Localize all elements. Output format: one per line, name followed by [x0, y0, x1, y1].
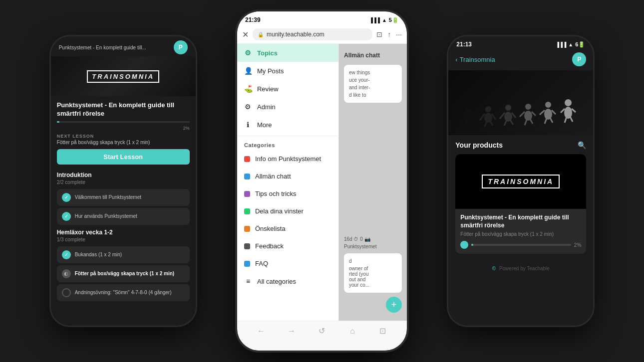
- left-phone: Punktsystemet - En komplett guide till..…: [51, 36, 196, 326]
- right-time: 21:13: [456, 41, 472, 48]
- svg-line-3: [472, 115, 476, 122]
- category-feedback[interactable]: Feedback: [237, 237, 338, 255]
- lock-icon: 🔒: [258, 32, 264, 37]
- product-card-title: Punktsystemet - En komplett guide till s…: [460, 214, 581, 229]
- bookmark-icon[interactable]: ⊡: [376, 30, 382, 38]
- category-dela[interactable]: Dela dina vinster: [237, 202, 338, 220]
- more-icon[interactable]: ···: [396, 30, 402, 38]
- right-panel-card: ew things uce your- and inter- d like to: [344, 65, 402, 103]
- start-lesson-button[interactable]: Start Lesson: [57, 149, 190, 165]
- product-card[interactable]: TRAINSOMNIA Punktsystemet - En komplett …: [455, 154, 586, 254]
- menu-item-admin[interactable]: ⚙ Admin: [237, 98, 338, 116]
- url-bar[interactable]: 🔒 munity.teachable.com: [253, 28, 372, 40]
- lessons-list: Introduktion 2/2 complete ✓ Välkommen ti…: [51, 168, 196, 326]
- home-button[interactable]: ⌂: [343, 327, 361, 336]
- browser-bar: ✕ 🔒 munity.teachable.com ⊡ ↑ ···: [237, 25, 407, 44]
- category-label: All categories: [257, 278, 296, 285]
- menu-item-more[interactable]: ℹ More: [237, 116, 338, 134]
- category-label: FAQ: [255, 260, 268, 267]
- progress-pct: 2%: [574, 242, 581, 248]
- center-time: 21:39: [245, 16, 261, 23]
- close-icon[interactable]: ✕: [242, 30, 249, 39]
- list-item[interactable]: ✓ Bukandas (1 x 2 min): [57, 246, 190, 263]
- left-status-bar: Punktsystemet - En komplett guide till..…: [51, 36, 196, 56]
- progress-fill: [57, 121, 59, 123]
- category-dot-feedback: [244, 243, 250, 249]
- lesson-label: Fötter på box/vägg skapa tryck (1 x 2 mi…: [75, 270, 175, 277]
- divider: [237, 136, 338, 136]
- refresh-button[interactable]: ↺: [313, 326, 331, 336]
- category-label: Info om Punktsystemet: [255, 155, 321, 163]
- share-icon[interactable]: ↑: [387, 30, 391, 38]
- product-card-info: Punktsystemet - En komplett guide till s…: [455, 209, 586, 254]
- back-button[interactable]: ‹ Trainsomnia: [455, 56, 495, 63]
- category-onskelista[interactable]: Önskelista: [237, 220, 338, 237]
- category-allman[interactable]: Allmän chatt: [237, 168, 338, 185]
- check-icon: ✓: [62, 193, 71, 202]
- section-title-hemlaxa: Hemläxor vecka 1-2: [57, 229, 190, 236]
- review-label: Review: [257, 85, 279, 93]
- forward-button[interactable]: →: [283, 327, 301, 336]
- svg-line-9: [492, 114, 496, 120]
- list-item[interactable]: ✓ Hur används Punktsystemet: [57, 208, 190, 225]
- svg-line-33: [572, 109, 576, 112]
- progress-fill: [471, 244, 473, 246]
- course-title: Punktsystemet - En komplett guide till s…: [57, 101, 190, 118]
- search-icon[interactable]: 🔍: [578, 141, 586, 149]
- course-info: Punktsystemet - En komplett guide till s…: [51, 96, 196, 168]
- category-faq[interactable]: FAQ: [237, 255, 338, 272]
- wifi-icon: ▲: [382, 17, 387, 23]
- lesson-label: Bukandas (1 x 2 min): [75, 251, 122, 258]
- silhouette-svg: [456, 73, 586, 133]
- check-icon: ✓: [62, 212, 71, 221]
- category-label: Tips och tricks: [255, 190, 297, 197]
- review-icon: ⛳: [244, 85, 252, 93]
- svg-line-8: [480, 114, 485, 120]
- left-nav-title-bar: Punktsystemet - En komplett guide till..…: [59, 45, 146, 50]
- category-dot-tips: [244, 191, 250, 197]
- category-label: Önskelista: [255, 225, 286, 232]
- svg-line-21: [532, 112, 536, 116]
- content-area: Allmän chatt ew things uce your- and int…: [237, 44, 407, 321]
- url-text: munity.teachable.com: [267, 31, 324, 38]
- check-icon: ✓: [62, 250, 71, 259]
- menu-item-topics[interactable]: ⚙ Topics: [237, 44, 338, 62]
- tabs-button[interactable]: ⊡: [374, 326, 392, 336]
- course-banner: TRAINSOMNIA: [51, 56, 196, 96]
- list-item[interactable]: ✓ Välkommen till Punktsystemet: [57, 189, 190, 206]
- next-lesson-label: NEXT LESSON: [57, 134, 190, 139]
- product-progress-row: 2%: [460, 241, 581, 249]
- topics-label: Topics: [257, 49, 278, 57]
- category-all[interactable]: ≡ All categories: [237, 272, 338, 290]
- section-subtitle-intro: 2/2 complete: [57, 180, 190, 185]
- svg-line-2: [461, 115, 465, 123]
- right-panel-title: Allmän chatt: [344, 52, 402, 59]
- menu-item-review[interactable]: ⛳ Review: [237, 80, 338, 98]
- battery-icon: 5🔋: [389, 17, 399, 23]
- category-dot-allman: [244, 174, 250, 180]
- right-banner: [448, 70, 593, 135]
- list-item[interactable]: ◐ Fötter på box/vägg skapa tryck (1 x 2 …: [57, 265, 190, 282]
- category-dot-dela: [244, 208, 250, 214]
- right-phone: 21:13 ▐▐▐ ▲ 6🔋 ‹ Trainsomnia P: [448, 36, 593, 326]
- my-posts-label: My Posts: [257, 67, 284, 75]
- avatar[interactable]: P: [174, 40, 188, 54]
- signal-icon: ▐▐▐: [369, 17, 380, 23]
- lesson-label: Välkommen till Punktsystemet: [75, 194, 141, 200]
- avatar[interactable]: P: [572, 52, 586, 66]
- product-card-subtitle: Fötter på box/vägg skapa tryck (1 x 2 mi…: [460, 231, 581, 237]
- svg-line-20: [520, 112, 525, 117]
- fab-button[interactable]: +: [386, 297, 402, 313]
- product-logo: TRAINSOMNIA: [482, 175, 560, 188]
- progress-bar: [57, 121, 190, 123]
- category-info[interactable]: Info om Punktsystemet: [237, 150, 338, 168]
- category-tips[interactable]: Tips och tricks: [237, 185, 338, 202]
- menu-item-my-posts[interactable]: 👤 My Posts: [237, 62, 338, 80]
- svg-line-32: [561, 109, 565, 113]
- back-button[interactable]: ←: [252, 327, 270, 336]
- wifi-icon: ▲: [568, 42, 573, 47]
- list-item[interactable]: Andningsövning: "Sömn" 4-7-8-0 (4 gånger…: [57, 284, 190, 301]
- svg-line-14: [500, 113, 505, 119]
- powered-by: © Powered by Teachable: [448, 258, 593, 279]
- svg-line-26: [540, 110, 545, 115]
